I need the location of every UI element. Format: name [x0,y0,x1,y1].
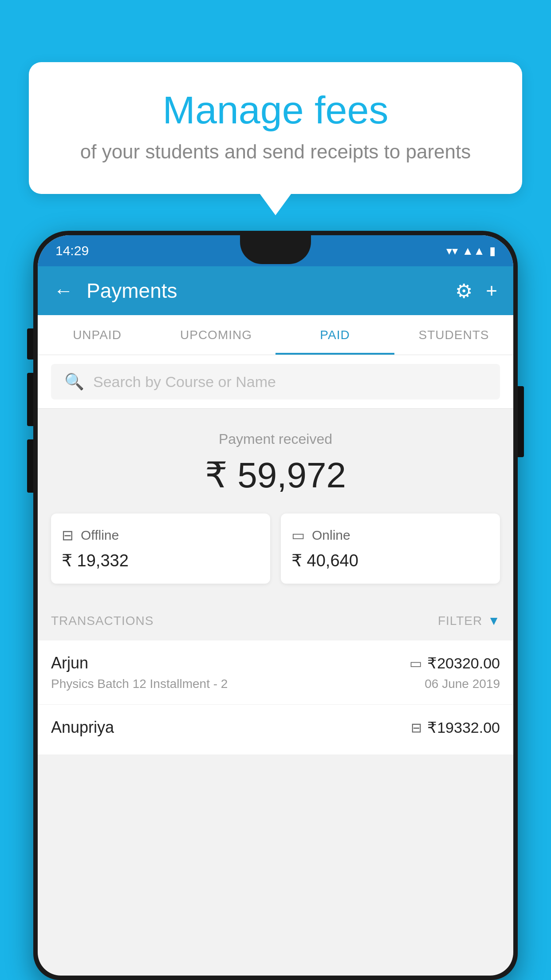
transaction-amount: ₹19332.00 [427,719,500,736]
battery-icon: ▮ [489,244,496,258]
offline-card-header: ⊟ Offline [62,527,260,544]
transaction-name: Arjun [51,654,88,672]
search-input[interactable]: Search by Course or Name [93,373,276,391]
status-time: 14:29 [55,243,89,258]
tab-paid[interactable]: PAID [276,315,394,355]
online-icon: ▭ [291,527,305,544]
transaction-row[interactable]: Arjun ▭ ₹20320.00 Physics Batch 12 Insta… [38,640,513,705]
search-icon: 🔍 [64,372,84,391]
filter-icon: ▼ [488,614,500,628]
search-container: 🔍 Search by Course or Name [38,355,513,409]
phone-side-btn [27,328,33,360]
bubble-subtitle: of your students and send receipts to pa… [64,141,487,163]
speech-bubble: Manage fees of your students and send re… [29,62,522,194]
back-button[interactable]: ← [54,280,73,302]
payment-summary: Payment received ₹ 59,972 ⊟ Offline ₹ 19… [38,409,513,601]
transactions-header: TRANSACTIONS FILTER ▼ [38,601,513,640]
bubble-title: Manage fees [64,89,487,132]
phone-frame: 14:29 ▾▾ ▲▲ ▮ ← Payments ⚙ + UNPAID UPCO… [33,231,518,980]
transaction-amount-container: ⊟ ₹19332.00 [411,719,500,736]
app-title: Payments [87,279,442,303]
online-payment-card: ▭ Online ₹ 40,640 [281,514,500,584]
tab-upcoming[interactable]: UPCOMING [157,315,276,355]
payment-cards: ⊟ Offline ₹ 19,332 ▭ Online ₹ 40,640 [51,514,500,584]
card-payment-icon: ▭ [409,656,422,671]
status-icons: ▾▾ ▲▲ ▮ [446,244,496,258]
wifi-icon: ▾▾ [446,244,458,258]
settings-icon[interactable]: ⚙ [455,280,472,302]
offline-payment-card: ⊟ Offline ₹ 19,332 [51,514,270,584]
transaction-row[interactable]: Anupriya ⊟ ₹19332.00 [38,705,513,755]
transaction-amount-container: ▭ ₹20320.00 [409,654,500,672]
phone-side-btn-power [518,386,524,457]
tabs-bar: UNPAID UPCOMING PAID STUDENTS [38,315,513,355]
add-icon[interactable]: + [486,280,497,302]
filter-container[interactable]: FILTER ▼ [438,614,500,628]
transaction-name: Anupriya [51,718,114,737]
offline-label: Offline [81,528,119,543]
offline-icon: ⊟ [62,527,74,544]
filter-label: FILTER [438,614,482,628]
transaction-top-row: Arjun ▭ ₹20320.00 [51,654,500,672]
online-label: Online [312,528,350,543]
transaction-date: 06 June 2019 [425,677,500,691]
app-bar: ← Payments ⚙ + [38,266,513,315]
transaction-course: Physics Batch 12 Installment - 2 [51,677,228,691]
offline-amount: ₹ 19,332 [62,551,260,570]
transaction-top-row: Anupriya ⊟ ₹19332.00 [51,718,500,737]
phone-notch [240,235,311,264]
offline-payment-icon: ⊟ [411,720,422,735]
app-bar-actions: ⚙ + [455,280,497,302]
phone-side-btn-vol-down [27,439,33,493]
tab-students[interactable]: STUDENTS [394,315,513,355]
transactions-label: TRANSACTIONS [51,614,153,628]
phone-screen: 14:29 ▾▾ ▲▲ ▮ ← Payments ⚙ + UNPAID UPCO… [38,235,513,976]
online-card-header: ▭ Online [291,527,489,544]
signal-icon: ▲▲ [462,244,485,258]
transaction-amount: ₹20320.00 [427,654,500,672]
payment-received-label: Payment received [51,431,500,447]
transaction-bottom-row: Physics Batch 12 Installment - 2 06 June… [51,677,500,691]
payment-total-amount: ₹ 59,972 [51,454,500,496]
phone-side-btn-vol-up [27,373,33,426]
search-box[interactable]: 🔍 Search by Course or Name [51,364,500,399]
online-amount: ₹ 40,640 [291,551,489,570]
tab-unpaid[interactable]: UNPAID [38,315,157,355]
